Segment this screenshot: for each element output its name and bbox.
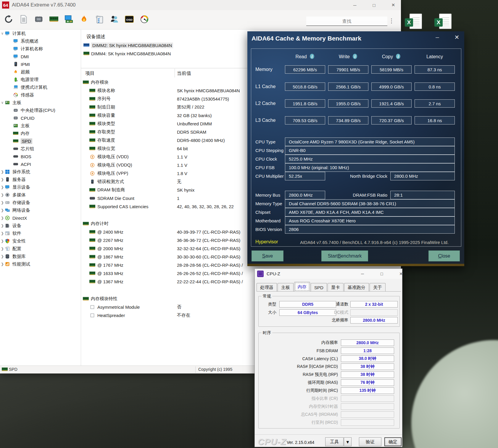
excel-file-shortcut[interactable]: X bbox=[405, 14, 423, 31]
sidebar-item-CPUID[interactable]: CPUID bbox=[0, 114, 81, 122]
close-button[interactable]: Close bbox=[428, 250, 460, 261]
toolbar-users-button[interactable] bbox=[109, 15, 119, 25]
column-header-value[interactable]: 当前值 bbox=[177, 70, 191, 77]
sidebar-item-DMI[interactable]: DMI bbox=[0, 53, 81, 60]
sidebar-item-服务器[interactable]: ❯服务器 bbox=[0, 176, 81, 183]
timing-value[interactable]: 76 时钟 bbox=[341, 379, 394, 386]
minimize-button[interactable]: ─ bbox=[431, 34, 443, 41]
nb-frequency-value[interactable]: 2800.0 MHz bbox=[350, 317, 398, 324]
sidebar-item-便携式计算机[interactable]: 便携式计算机 bbox=[0, 83, 81, 91]
tree-chevron-icon[interactable]: ❯ bbox=[0, 200, 5, 205]
timing-value[interactable]: 38 时钟 bbox=[341, 363, 394, 370]
sidebar-item-数据库[interactable]: ❯数据库 bbox=[0, 253, 81, 260]
toolbar-cpu-button[interactable] bbox=[34, 15, 44, 25]
sidebar-item-芯片组[interactable]: 芯片组 bbox=[0, 145, 81, 153]
tools-dropdown-icon[interactable]: ▼ bbox=[344, 437, 352, 446]
toolbar-gpu-button[interactable] bbox=[64, 15, 74, 25]
tree-chevron-icon[interactable]: ∨ bbox=[0, 31, 5, 35]
minimize-button[interactable]: ─ bbox=[349, 1, 361, 9]
tab-处理器[interactable]: 处理器 bbox=[257, 283, 277, 292]
tree-chevron-icon[interactable]: ❯ bbox=[0, 193, 5, 197]
tree-chevron-icon[interactable]: ∨ bbox=[0, 101, 5, 105]
aida64-titlebar[interactable]: 64 AIDA64 Extreme v7.65.7400 ─ □ ✕ bbox=[0, 0, 401, 10]
timing-value[interactable]: 38.0 时钟 bbox=[341, 355, 394, 362]
sidebar-item-存储设备[interactable]: ❯存储设备 bbox=[0, 199, 81, 206]
tree-chevron-icon[interactable]: ❯ bbox=[0, 208, 5, 212]
tree-chevron-icon[interactable]: ❯ bbox=[0, 254, 5, 258]
toolbar-tasks-button[interactable] bbox=[94, 15, 104, 25]
sidebar-item-ACPI[interactable]: ACPI bbox=[0, 160, 81, 168]
sidebar-item-网络设备[interactable]: ❯网络设备 bbox=[0, 206, 81, 214]
kebab-menu-icon[interactable]: ⋮ bbox=[389, 17, 394, 24]
tree-chevron-icon[interactable]: ❯ bbox=[0, 224, 5, 228]
tree-chevron-icon[interactable]: ❯ bbox=[0, 185, 5, 189]
sidebar-item-IPMI[interactable]: IPMI bbox=[0, 60, 81, 68]
sidebar-item-系统概述[interactable]: 系统概述 bbox=[0, 37, 81, 45]
tab-显卡[interactable]: 显卡 bbox=[328, 283, 344, 292]
timing-value[interactable]: 38 时钟 bbox=[341, 371, 394, 378]
tree-chevron-icon[interactable]: ❯ bbox=[0, 216, 5, 220]
maximize-button[interactable]: □ bbox=[368, 1, 380, 9]
close-button[interactable]: ✕ bbox=[387, 1, 399, 9]
tree-chevron-icon[interactable]: ❯ bbox=[0, 239, 5, 243]
timing-value[interactable]: 1:28 bbox=[341, 347, 394, 354]
sidebar-item-中央处理器(CPU)[interactable]: 中央处理器(CPU) bbox=[0, 106, 81, 114]
close-icon[interactable]: ✕ bbox=[451, 33, 463, 41]
tab-基准跑分[interactable]: 基准跑分 bbox=[344, 283, 369, 292]
minimize-button[interactable]: ─ bbox=[357, 270, 368, 277]
search-input[interactable] bbox=[306, 17, 387, 26]
tab-SPD[interactable]: SPD bbox=[311, 283, 327, 292]
sidebar-item-计算机名称[interactable]: 计算机名称 bbox=[0, 45, 81, 53]
tree-chevron-icon[interactable]: ❯ bbox=[0, 231, 5, 235]
channels-value[interactable]: 2 x 32-bit bbox=[350, 301, 398, 308]
cpuz-titlebar[interactable]: CPU-Z ─ □ ✕ bbox=[255, 269, 402, 279]
table-row-label: @ 2400 MHz bbox=[97, 229, 123, 234]
ok-button[interactable]: 确定 bbox=[384, 437, 402, 446]
start-benchmark-button[interactable]: Start Benchmark bbox=[321, 250, 368, 261]
tree-chevron-icon[interactable]: ❯ bbox=[0, 247, 5, 251]
close-button[interactable]: ✕ bbox=[395, 270, 407, 277]
toolbar-osd-button[interactable]: OSD bbox=[124, 15, 134, 25]
sidebar-item-安全性[interactable]: ❯安全性 bbox=[0, 237, 81, 245]
sidebar-item-BIOS[interactable]: BIOS bbox=[0, 153, 81, 160]
timing-value[interactable]: 135 时钟 bbox=[341, 387, 394, 394]
sidebar-item-超频[interactable]: 超频 bbox=[0, 68, 81, 76]
device-item[interactable]: DIMM2: SK hynix HMCG88AEBUA084N bbox=[83, 41, 173, 49]
tools-button[interactable]: 工具 bbox=[325, 437, 344, 446]
timing-value[interactable]: 2800.0 MHz bbox=[341, 339, 394, 346]
tree-chevron-icon[interactable]: ❯ bbox=[0, 262, 5, 266]
validate-button[interactable]: 验证 bbox=[359, 437, 381, 446]
sidebar-item-配置[interactable]: ❯配置 bbox=[0, 245, 81, 253]
sidebar-item-主板[interactable]: 主板 bbox=[0, 122, 81, 130]
tab-内存[interactable]: 内存 bbox=[294, 282, 310, 292]
toolbar-refresh-button[interactable] bbox=[4, 15, 14, 25]
sidebar-item-电源管理[interactable]: 电源管理 bbox=[0, 76, 81, 83]
tree-chevron-icon[interactable]: ❯ bbox=[0, 177, 5, 182]
device-item[interactable]: DIMM4: SK hynix HMCG88AEBUA084N bbox=[83, 50, 171, 57]
sidebar-item-传感器[interactable]: 传感器 bbox=[0, 91, 81, 99]
sidebar-item-内存[interactable]: 内存 bbox=[0, 130, 81, 137]
sidebar-item-操作系统[interactable]: ❯操作系统 bbox=[0, 168, 81, 176]
report-icon bbox=[19, 15, 28, 25]
toolbar-flame-button[interactable] bbox=[79, 15, 89, 25]
sidebar-item-设备[interactable]: ❯设备 bbox=[0, 222, 81, 229]
excel-file-shortcut[interactable]: X bbox=[434, 14, 453, 31]
sidebar-item-性能测试[interactable]: ❯性能测试 bbox=[0, 260, 81, 268]
toolbar-report-button[interactable] bbox=[19, 15, 29, 25]
tab-关于[interactable]: 关于 bbox=[370, 283, 386, 292]
sidebar-item-多媒体[interactable]: ❯多媒体 bbox=[0, 191, 81, 199]
sidebar-item-SPD[interactable]: SPD bbox=[0, 137, 81, 145]
toolbar-ram-button[interactable] bbox=[49, 15, 59, 25]
maximize-button[interactable]: □ bbox=[376, 270, 388, 277]
sidebar-item-主板[interactable]: ∨主板 bbox=[0, 99, 81, 106]
column-header-item[interactable]: 项目 bbox=[85, 70, 95, 77]
sidebar-item-软件[interactable]: ❯软件 bbox=[0, 229, 81, 237]
tree-chevron-icon[interactable]: ❯ bbox=[0, 170, 5, 174]
sidebar-item-显示设备[interactable]: ❯显示设备 bbox=[0, 183, 81, 191]
toolbar-gauge-button[interactable] bbox=[139, 15, 149, 25]
sidebar-item-计算机[interactable]: ∨计算机 bbox=[0, 30, 81, 37]
save-button[interactable]: Save bbox=[252, 250, 283, 261]
tab-主板[interactable]: 主板 bbox=[278, 283, 294, 292]
table-row-value: 1.1 V bbox=[177, 154, 187, 159]
sidebar-item-DirectX[interactable]: ❯DirectX bbox=[0, 214, 81, 222]
